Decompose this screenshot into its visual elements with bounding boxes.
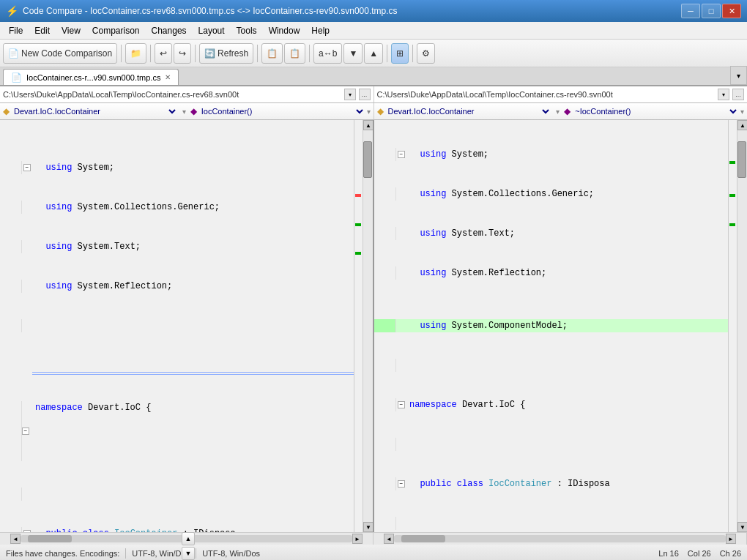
- left-code-panel: ▲ ▼ − using System; using S: [0, 120, 374, 532]
- right-hscroll-left[interactable]: ◄: [384, 534, 394, 544]
- tab-dropdown-button[interactable]: ▾: [730, 66, 747, 85]
- toolbar-sep-6: [387, 45, 387, 62]
- right-hscroll-thumb[interactable]: [401, 535, 445, 542]
- main-tab[interactable]: 📄 IocContainer.cs-r...v90.svn000.tmp.cs …: [3, 69, 179, 85]
- right-marker-green-2: [729, 194, 735, 197]
- left-vscroll-down[interactable]: ▼: [363, 522, 374, 532]
- minimize-button[interactable]: ─: [681, 4, 700, 18]
- line-text: namespace Devart.IoC {: [32, 401, 354, 461]
- right-scroll-markers: [728, 120, 737, 532]
- new-comparison-icon: 📄: [8, 48, 19, 59]
- refresh-button[interactable]: 🔄 Refresh: [199, 43, 253, 64]
- toolbar-sep-2: [150, 45, 151, 62]
- status-bar: Files have changes. Encodings: UTF-8, Wi…: [0, 544, 747, 560]
- right-file-path-bar: C:\Users\Duke\AppData\Local\Temp\IocCont…: [374, 86, 748, 102]
- status-ch: Ch 26: [720, 549, 741, 558]
- settings-button[interactable]: ⚙: [417, 43, 435, 64]
- new-comparison-button[interactable]: 📄 New Code Comparison: [3, 43, 117, 64]
- expand-cell: [22, 240, 32, 253]
- side-by-side-button[interactable]: ⊞: [391, 43, 409, 64]
- close-button[interactable]: ✕: [722, 4, 741, 18]
- code-line: − using System;: [374, 148, 728, 161]
- expand-button[interactable]: −: [398, 480, 405, 488]
- tab-close-button[interactable]: ✕: [165, 73, 171, 81]
- expand-cell: [396, 187, 406, 201]
- find-replace-button[interactable]: a↔b: [313, 43, 342, 64]
- line-number: [0, 488, 22, 501]
- right-nav-sep: ▾: [556, 108, 560, 116]
- right-hscroll-right[interactable]: ►: [726, 534, 736, 544]
- menu-edit[interactable]: Edit: [29, 24, 56, 37]
- right-nav-bar: ◆ Devart.IoC.IocContainer ▾ ◆ ~IocContai…: [374, 103, 748, 119]
- left-method-icon: ◆: [190, 106, 197, 116]
- line-number: [0, 280, 22, 293]
- maximize-button[interactable]: □: [702, 4, 721, 18]
- undo-icon: ↩: [160, 48, 167, 59]
- menu-help[interactable]: Help: [305, 24, 335, 37]
- left-path-dropdown[interactable]: ▾: [344, 89, 356, 100]
- left-nav-down[interactable]: ▼: [182, 547, 195, 560]
- code-line: [0, 319, 354, 332]
- code-line: [374, 438, 728, 451]
- left-path-browse[interactable]: …: [359, 89, 371, 100]
- right-hscroll[interactable]: ◄ ►: [374, 533, 747, 545]
- expand-cell: [396, 438, 406, 451]
- expand-cell: −: [22, 401, 32, 461]
- right-vscroll-thumb[interactable]: [737, 141, 746, 178]
- right-path-browse[interactable]: …: [732, 89, 744, 100]
- nav-bar-area: ◆ Devart.IoC.IocContainer ▾ ◆ IocContain…: [0, 103, 747, 120]
- left-vscroll-up[interactable]: ▲: [363, 120, 374, 130]
- prev-diff-button[interactable]: ▼: [343, 43, 363, 64]
- left-method-select[interactable]: IocContainer(): [198, 106, 365, 116]
- line-text: using System.Reflection;: [32, 280, 354, 293]
- code-line-added: using System.ComponentModel;: [374, 319, 728, 332]
- line-text: public class IocContainer : IDisposa: [32, 527, 354, 532]
- code-line: − namespace Devart.IoC {: [0, 401, 354, 461]
- line-number: [0, 201, 22, 214]
- menu-changes[interactable]: Changes: [146, 24, 193, 37]
- right-vscroll-down[interactable]: ▼: [737, 522, 747, 532]
- right-vscroll-up[interactable]: ▲: [737, 120, 747, 130]
- menu-window[interactable]: Window: [263, 24, 306, 37]
- prev-diff-icon: ▼: [349, 48, 357, 59]
- menu-layout[interactable]: Layout: [193, 24, 231, 37]
- expand-button[interactable]: −: [22, 428, 29, 435]
- left-namespace-select[interactable]: Devart.IoC.IocContainer: [11, 106, 178, 116]
- line-number: [0, 319, 22, 332]
- undo-button[interactable]: ↩: [155, 43, 172, 64]
- right-vscroll[interactable]: ▲ ▼: [737, 120, 747, 532]
- left-vscroll-thumb[interactable]: [363, 141, 372, 178]
- menu-comparison[interactable]: Comparison: [86, 24, 146, 37]
- left-nav-up[interactable]: ▲: [182, 532, 195, 545]
- menu-file[interactable]: File: [3, 24, 29, 37]
- expand-button[interactable]: −: [398, 151, 405, 158]
- left-vscroll[interactable]: ▲ ▼: [363, 120, 373, 532]
- expand-button[interactable]: −: [23, 164, 31, 171]
- left-hscroll-left[interactable]: ◄: [10, 534, 21, 544]
- expand-cell: [22, 319, 32, 332]
- open-button[interactable]: 📁: [125, 43, 146, 64]
- left-hscroll-thumb[interactable]: [28, 535, 72, 542]
- side-nav-left: ▲ ▼: [182, 532, 195, 560]
- redo-button[interactable]: ↪: [174, 43, 191, 64]
- status-message: Files have changes. Encodings:: [6, 549, 119, 558]
- toolbar-sep-4: [257, 45, 258, 62]
- left-hscroll-right[interactable]: ►: [352, 534, 363, 544]
- next-diff-button[interactable]: ▲: [364, 43, 383, 64]
- copy-right-button[interactable]: 📋: [284, 43, 305, 64]
- diff-connector-1: [0, 372, 354, 375]
- file-path-area: C:\Users\Duke\AppData\Local\Temp\IocCont…: [0, 86, 747, 103]
- expand-cell: [396, 319, 406, 332]
- menu-tools[interactable]: Tools: [231, 24, 263, 37]
- right-method-select[interactable]: ~IocContainer(): [572, 106, 739, 116]
- toolbar: 📄 New Code Comparison 📁 ↩ ↪ 🔄 Refresh 📋 …: [0, 40, 747, 67]
- title-text: Code Compare - IocContainer.cs-rev68.svn…: [23, 6, 398, 16]
- toolbar-sep-1: [121, 45, 122, 62]
- expand-button[interactable]: −: [23, 530, 31, 532]
- expand-cell: −: [396, 398, 406, 411]
- right-path-dropdown[interactable]: ▾: [718, 89, 729, 100]
- menu-view[interactable]: View: [56, 24, 86, 37]
- right-namespace-select[interactable]: Devart.IoC.IocContainer: [385, 106, 552, 116]
- copy-left-button[interactable]: 📋: [261, 43, 283, 64]
- expand-button[interactable]: −: [398, 401, 405, 408]
